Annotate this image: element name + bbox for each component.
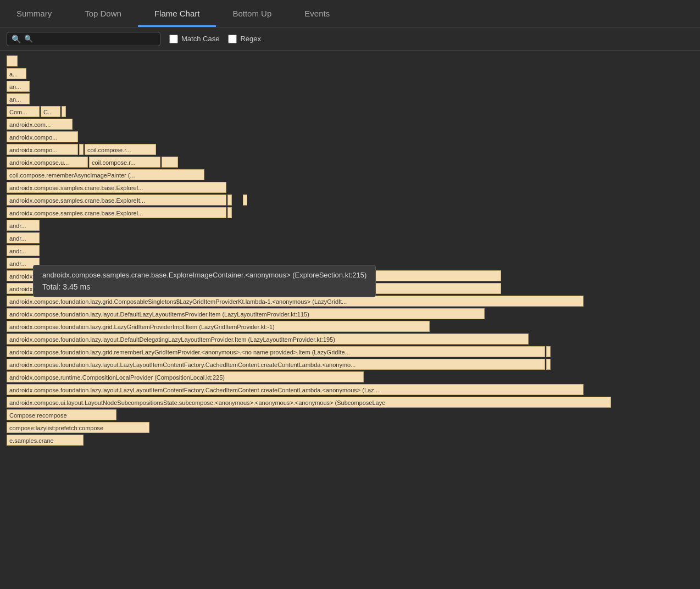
- tab-events[interactable]: Events: [288, 0, 346, 27]
- flame-block[interactable]: Compose:recompose: [7, 409, 116, 420]
- flame-block[interactable]: [7, 55, 18, 66]
- flame-row-13: andr...: [0, 219, 700, 231]
- flame-row-28: Compose:recompose: [0, 409, 700, 421]
- tab-events-label: Events: [304, 9, 330, 18]
- search-input[interactable]: [24, 35, 155, 43]
- flame-block[interactable]: andr...: [7, 220, 40, 231]
- flame-block[interactable]: andr...: [7, 232, 40, 243]
- tab-summary[interactable]: Summary: [0, 0, 68, 27]
- flame-row-20: androidx.compose.foundation.lazy.layout.…: [0, 308, 700, 320]
- flame-block[interactable]: androidx.compo...: [7, 144, 78, 155]
- tab-bar: Summary Top Down Flame Chart Bottom Up E…: [0, 0, 700, 27]
- flame-block[interactable]: androidx.compose.samples.crane.base.Expl…: [7, 195, 226, 205]
- flame-row-21: androidx.compose.foundation.lazy.grid.La…: [0, 320, 700, 332]
- tab-top-down-label: Top Down: [85, 9, 121, 18]
- flame-row-9: coil.compose.rememberAsyncImagePainter (…: [0, 169, 700, 181]
- regex-label[interactable]: Regex: [228, 35, 261, 43]
- flame-row-7: androidx.compo... coil.compose.r...: [0, 143, 700, 155]
- flame-block[interactable]: [227, 207, 232, 218]
- flame-block[interactable]: androidx.compose.runtime.CompositionLoca…: [7, 371, 364, 382]
- flame-block[interactable]: androidx.compose.foundation.lazy.layout.…: [7, 359, 545, 370]
- tab-flame-chart[interactable]: Flame Chart: [138, 0, 216, 27]
- flame-block[interactable]: coil.compose.rememberAsyncImagePainter (…: [7, 169, 204, 180]
- flame-row-11: androidx.compose.samples.crane.base.Expl…: [0, 194, 700, 206]
- flame-row-5: androidx.com...: [0, 118, 700, 130]
- flame-block[interactable]: androidx.compose.foundation.lazy.layout.…: [7, 308, 485, 319]
- match-case-label[interactable]: Match Case: [169, 35, 219, 43]
- flame-row-23: androidx.compose.foundation.lazy.grid.re…: [0, 346, 700, 358]
- flame-block[interactable]: androidx.compose.foundation.lazy.grid.re…: [7, 346, 545, 357]
- flame-block[interactable]: [62, 106, 66, 117]
- flame-block[interactable]: androidx.compose.foundation.lazy.layout.…: [7, 334, 529, 344]
- flame-block[interactable]: [546, 346, 551, 357]
- flame-block[interactable]: [79, 144, 84, 155]
- flame-row-30: e.samples.crane: [0, 434, 700, 446]
- flame-block[interactable]: coil.compose.r...: [85, 144, 156, 155]
- flame-block[interactable]: coil.compose.r...: [89, 157, 160, 168]
- tab-summary-label: Summary: [16, 9, 52, 18]
- flame-tooltip: androidx.compose.samples.crane.base.Expl…: [33, 265, 376, 297]
- tab-flame-chart-label: Flame Chart: [154, 9, 200, 18]
- flame-row-12: androidx.compose.samples.crane.base.Expl…: [0, 207, 700, 219]
- flame-block[interactable]: [227, 195, 232, 205]
- flame-block[interactable]: [546, 359, 551, 370]
- flame-block[interactable]: androidx.compose.ui.layout.LayoutNodeSub…: [7, 397, 611, 408]
- flame-row-10: androidx.compose.samples.crane.base.Expl…: [0, 181, 700, 193]
- match-case-checkbox[interactable]: [169, 35, 178, 43]
- flame-block[interactable]: [162, 157, 178, 168]
- flame-row-0: [0, 55, 700, 67]
- flame-block[interactable]: [243, 195, 247, 205]
- flame-block[interactable]: androidx.compose.foundation.lazy.layout.…: [7, 384, 584, 395]
- flame-row-8: androidx.compose.u... coil.compose.r...: [0, 156, 700, 168]
- flame-row-4: Com... C...: [0, 105, 700, 118]
- tooltip-total: Total: 3.45 ms: [42, 282, 366, 291]
- flame-block[interactable]: androidx.compose.foundation.lazy.grid.La…: [7, 321, 430, 332]
- tooltip-title: androidx.compose.samples.crane.base.Expl…: [42, 271, 366, 279]
- flame-row-3: an...: [0, 93, 700, 105]
- flame-block[interactable]: androidx.compose.u...: [7, 157, 88, 168]
- flame-row-22: androidx.compose.foundation.lazy.layout.…: [0, 333, 700, 345]
- flame-block[interactable]: an...: [7, 93, 30, 104]
- flame-row-1: a...: [0, 68, 700, 80]
- flame-row-27: androidx.compose.ui.layout.LayoutNodeSub…: [0, 396, 700, 408]
- flame-block[interactable]: a...: [7, 68, 26, 79]
- search-icon: 🔍: [12, 35, 21, 43]
- flame-row-6: androidx.compo...: [0, 131, 700, 143]
- flame-row-25: androidx.compose.runtime.CompositionLoca…: [0, 371, 700, 383]
- tab-bottom-up-label: Bottom Up: [232, 9, 271, 18]
- search-wrapper: 🔍: [7, 32, 160, 46]
- flame-row-24: androidx.compose.foundation.lazy.layout.…: [0, 358, 700, 370]
- tab-top-down[interactable]: Top Down: [68, 0, 138, 27]
- flame-block[interactable]: androidx.compose.foundation.lazy.grid.Co…: [7, 296, 584, 307]
- regex-checkbox[interactable]: [228, 35, 237, 43]
- regex-text: Regex: [240, 35, 261, 43]
- flame-row-2: an...: [0, 80, 700, 92]
- tab-bottom-up[interactable]: Bottom Up: [216, 0, 288, 27]
- flame-block[interactable]: an...: [7, 81, 30, 92]
- flame-block[interactable]: compose:lazylist:prefetch:compose: [7, 422, 149, 433]
- flame-block[interactable]: Com...: [7, 106, 40, 117]
- flame-block[interactable]: andr...: [7, 245, 40, 256]
- flame-chart-area: a... an... an... Com... C... androidx.co…: [0, 51, 700, 451]
- flame-block[interactable]: androidx.compose.samples.crane.base.Expl…: [7, 182, 226, 193]
- flame-row-15: andr...: [0, 245, 700, 257]
- flame-block[interactable]: C...: [41, 106, 60, 117]
- match-case-text: Match Case: [181, 35, 219, 43]
- flame-block[interactable]: e.samples.crane: [7, 435, 84, 446]
- flame-row-14: andr...: [0, 232, 700, 244]
- flame-row-29: compose:lazylist:prefetch:compose: [0, 421, 700, 434]
- flame-block[interactable]: androidx.compose.samples.crane.base.Expl…: [7, 207, 226, 218]
- flame-row-26: androidx.compose.foundation.lazy.layout.…: [0, 384, 700, 396]
- search-bar: 🔍 Match Case Regex: [0, 27, 700, 51]
- flame-block[interactable]: androidx.com...: [7, 119, 73, 130]
- flame-block[interactable]: androidx.compo...: [7, 131, 78, 142]
